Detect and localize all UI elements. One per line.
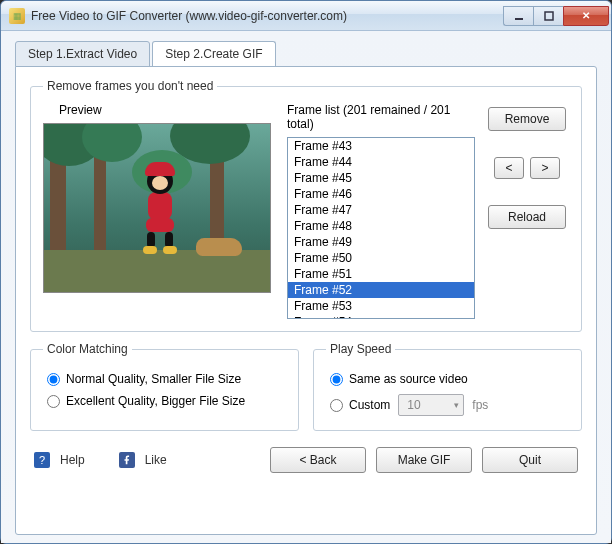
- minimize-icon: [514, 11, 524, 21]
- radio-same-label: Same as source video: [349, 372, 468, 386]
- frame-list-item[interactable]: Frame #45: [288, 170, 474, 186]
- maximize-button[interactable]: [533, 6, 563, 26]
- frame-list-label: Frame list (201 remained / 201 total): [287, 103, 475, 131]
- frame-list-item[interactable]: Frame #46: [288, 186, 474, 202]
- remove-frames-legend: Remove frames you don't need: [43, 79, 217, 93]
- next-frame-button[interactable]: >: [530, 157, 560, 179]
- close-button[interactable]: ✕: [563, 6, 609, 26]
- tab-step1[interactable]: Step 1.Extract Video: [15, 41, 150, 67]
- radio-custom-label: Custom: [349, 398, 390, 412]
- frame-list-item[interactable]: Frame #49: [288, 234, 474, 250]
- frame-list-item[interactable]: Frame #50: [288, 250, 474, 266]
- tab-strip: Step 1.Extract Video Step 2.Create GIF: [15, 41, 597, 67]
- client-area: Step 1.Extract Video Step 2.Create GIF R…: [1, 31, 611, 543]
- radio-excellent-quality[interactable]: Excellent Quality, Bigger File Size: [47, 394, 286, 408]
- quit-button[interactable]: Quit: [482, 447, 578, 473]
- radio-normal-quality[interactable]: Normal Quality, Smaller File Size: [47, 372, 286, 386]
- back-button[interactable]: < Back: [270, 447, 366, 473]
- frame-list-item[interactable]: Frame #54: [288, 314, 474, 319]
- help-link[interactable]: Help: [60, 453, 85, 467]
- radio-excellent-label: Excellent Quality, Bigger File Size: [66, 394, 245, 408]
- like-link[interactable]: Like: [145, 453, 167, 467]
- make-gif-button[interactable]: Make GIF: [376, 447, 472, 473]
- minimize-button[interactable]: [503, 6, 533, 26]
- fps-value: 10: [407, 398, 420, 412]
- maximize-icon: [544, 11, 554, 21]
- remove-frames-group: Remove frames you don't need Preview: [30, 79, 582, 332]
- frame-list-item[interactable]: Frame #51: [288, 266, 474, 282]
- frame-list-item[interactable]: Frame #52: [288, 282, 474, 298]
- radio-normal-label: Normal Quality, Smaller File Size: [66, 372, 241, 386]
- radio-custom-speed[interactable]: Custom: [330, 398, 390, 412]
- titlebar[interactable]: ▦ Free Video to GIF Converter (www.video…: [1, 1, 611, 31]
- remove-button[interactable]: Remove: [488, 107, 566, 131]
- chevron-down-icon: ▾: [454, 400, 459, 410]
- frame-listbox[interactable]: Frame #43Frame #44Frame #45Frame #46Fram…: [287, 137, 475, 319]
- frame-list-item[interactable]: Frame #53: [288, 298, 474, 314]
- facebook-icon[interactable]: [119, 452, 135, 468]
- fps-combobox[interactable]: 10 ▾: [398, 394, 464, 416]
- footer-bar: ? Help Like < Back Make GIF Quit: [30, 441, 582, 473]
- radio-normal-input[interactable]: [47, 373, 60, 386]
- svg-rect-0: [515, 18, 523, 20]
- color-matching-legend: Color Matching: [43, 342, 132, 356]
- radio-custom-input[interactable]: [330, 399, 343, 412]
- preview-image: [43, 123, 271, 293]
- svg-rect-1: [545, 12, 553, 20]
- app-icon: ▦: [9, 8, 25, 24]
- prev-frame-button[interactable]: <: [494, 157, 524, 179]
- help-icon[interactable]: ?: [34, 452, 50, 468]
- frame-list-item[interactable]: Frame #43: [288, 138, 474, 154]
- window-title: Free Video to GIF Converter (www.video-g…: [31, 9, 503, 23]
- reload-button[interactable]: Reload: [488, 205, 566, 229]
- frame-list-item[interactable]: Frame #44: [288, 154, 474, 170]
- preview-label: Preview: [59, 103, 273, 117]
- frame-list-item[interactable]: Frame #48: [288, 218, 474, 234]
- close-icon: ✕: [582, 10, 590, 21]
- color-matching-group: Color Matching Normal Quality, Smaller F…: [30, 342, 299, 431]
- radio-excellent-input[interactable]: [47, 395, 60, 408]
- play-speed-legend: Play Speed: [326, 342, 395, 356]
- radio-same-speed[interactable]: Same as source video: [330, 372, 569, 386]
- app-window: ▦ Free Video to GIF Converter (www.video…: [0, 0, 612, 544]
- frame-list-item[interactable]: Frame #47: [288, 202, 474, 218]
- radio-same-input[interactable]: [330, 373, 343, 386]
- play-speed-group: Play Speed Same as source video Custom 1…: [313, 342, 582, 431]
- fps-unit: fps: [472, 398, 488, 412]
- tab-page: Remove frames you don't need Preview: [15, 66, 597, 535]
- tab-step2[interactable]: Step 2.Create GIF: [152, 41, 275, 67]
